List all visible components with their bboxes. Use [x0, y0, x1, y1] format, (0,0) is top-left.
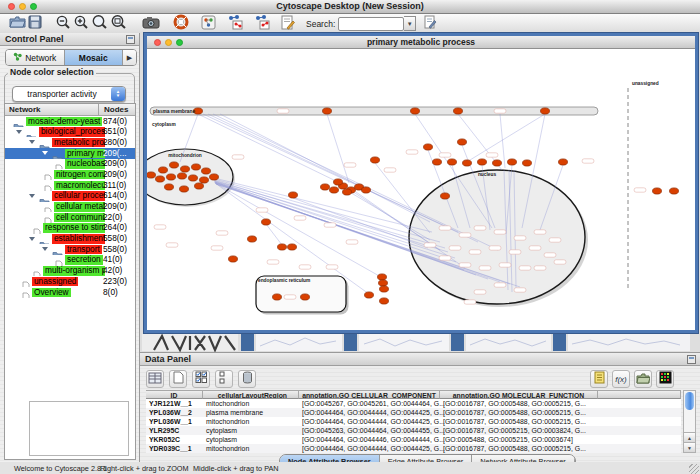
- background-window-edge[interactable]: [553, 334, 566, 351]
- window-titlebar[interactable]: Cytoscape Desktop (New Session): [0, 0, 700, 14]
- graph-node[interactable]: [156, 176, 165, 182]
- graph-node[interactable]: [670, 188, 679, 194]
- table-row[interactable]: YJR121W__1mitochondrion[GO:0045267, GO:0…: [146, 399, 681, 408]
- zoom-selected-button[interactable]: [90, 15, 109, 32]
- table-row[interactable]: YPL036W__1mitochondrion[GO:0044464, GO:0…: [146, 417, 681, 426]
- delete-attribute-button[interactable]: [238, 370, 256, 388]
- graph-node[interactable]: [508, 159, 517, 165]
- table-column-header[interactable]: annotation.GO MOLECULAR_FUNCTION: [440, 390, 598, 399]
- graph-node[interactable]: [262, 219, 271, 225]
- zoom-out-button[interactable]: [54, 15, 72, 32]
- heatmap-button[interactable]: [656, 370, 674, 388]
- tree-row[interactable]: establishment of lo558(0): [5, 234, 135, 245]
- import-attribute-file-button[interactable]: [634, 370, 652, 388]
- tree-col-nodes[interactable]: Nodes: [100, 104, 136, 115]
- graph-node[interactable]: [248, 236, 257, 242]
- network-view-titlebar[interactable]: primary metabolic process: [147, 36, 695, 49]
- table-cell[interactable]: mitochondrion: [203, 417, 299, 426]
- tab-overflow-arrow[interactable]: ▶: [123, 50, 136, 65]
- tree-row[interactable]: secretion41(0): [5, 255, 135, 266]
- vizmapper-button[interactable]: [200, 15, 217, 32]
- snapshot-button[interactable]: [141, 15, 161, 32]
- tree-col-network[interactable]: Network: [5, 104, 99, 115]
- graph-node[interactable]: [159, 167, 168, 173]
- graph-node[interactable]: [433, 159, 442, 165]
- tree-row[interactable]: cellular metabol209(0): [5, 202, 135, 213]
- graph-node[interactable]: [424, 144, 433, 150]
- graph-node[interactable]: [334, 179, 343, 185]
- graph-node[interactable]: [170, 162, 179, 168]
- graph-node[interactable]: [411, 108, 420, 114]
- notes-button[interactable]: [590, 370, 608, 388]
- zoom-in-button[interactable]: [72, 15, 90, 32]
- graph-node[interactable]: [167, 174, 176, 180]
- table-cell[interactable]: [GO:0016787, GO:0005488, GO:0005215, G..…: [440, 408, 623, 417]
- tree-row[interactable]: Overview8(0): [5, 287, 135, 298]
- graph-node[interactable]: [463, 160, 472, 166]
- graph-node[interactable]: [288, 244, 297, 250]
- expand-arrow-icon[interactable]: [29, 140, 35, 144]
- graph-node[interactable]: [559, 159, 568, 165]
- tree-row[interactable]: mosaic-demo-yeast874(0): [5, 116, 135, 127]
- graph-node[interactable]: [195, 183, 204, 189]
- tree-row[interactable]: cellular process614(0): [5, 191, 135, 202]
- table-cell[interactable]: plasma membrane: [203, 408, 299, 417]
- graph-node[interactable]: [380, 298, 389, 304]
- graph-node[interactable]: [301, 294, 310, 300]
- tab-mosaic[interactable]: Mosaic: [65, 50, 124, 65]
- select-attributes-button[interactable]: [192, 370, 210, 388]
- float-data-panel-icon[interactable]: [687, 355, 696, 364]
- zoom-fit-button[interactable]: [109, 15, 128, 32]
- tree-row[interactable]: macromolecule311(0): [5, 180, 135, 191]
- search-dropdown-arrow[interactable]: ▼: [404, 16, 416, 31]
- background-window-edge[interactable]: [344, 334, 357, 351]
- graph-node[interactable]: [523, 160, 532, 166]
- graph-node[interactable]: [323, 108, 332, 114]
- open-session-button[interactable]: [8, 15, 27, 32]
- table-row[interactable]: YDR039C__1mitochondrion[GO:0044464, GO:0…: [146, 444, 681, 453]
- graph-node[interactable]: [653, 188, 662, 194]
- scroll-up-button[interactable]: ▲: [684, 432, 695, 442]
- table-cell[interactable]: [GO:0016787, GO:0005488, GO:0005215, G..…: [440, 444, 623, 453]
- graph-node[interactable]: [229, 256, 238, 262]
- table-row[interactable]: YPL036W__2plasma membrane[GO:0044464, GO…: [146, 408, 681, 417]
- table-cell[interactable]: YLR295C: [146, 426, 203, 435]
- graph-node[interactable]: [278, 244, 287, 250]
- tree-row[interactable]: biological_process651(0): [5, 127, 135, 138]
- table-column-header[interactable]: _cellularLayoutRegion: [203, 390, 299, 399]
- save-session-button[interactable]: [27, 15, 43, 32]
- graph-node[interactable]: [448, 159, 457, 165]
- graph-node[interactable]: [441, 193, 450, 199]
- graph-node[interactable]: [493, 160, 502, 166]
- table-cell[interactable]: [GO:0016787, GO:0005215, GO:0003824, G..…: [440, 426, 623, 435]
- table-cell[interactable]: YJR121W__1: [146, 399, 203, 408]
- graph-node[interactable]: [273, 294, 282, 300]
- scroll-down-button[interactable]: ▼: [684, 442, 695, 452]
- unselect-attributes-button[interactable]: [215, 370, 233, 388]
- tree-row[interactable]: primary metabo209(...: [5, 148, 135, 159]
- background-window-edge[interactable]: [241, 334, 254, 351]
- tree-row[interactable]: cell communicat22(0): [5, 212, 135, 223]
- graph-node[interactable]: [478, 159, 487, 165]
- annotation-button[interactable]: [279, 15, 296, 32]
- tree-row[interactable]: nucleobase-209(0): [5, 159, 135, 170]
- graph-node[interactable]: [289, 192, 298, 198]
- graph-node[interactable]: [200, 177, 209, 183]
- tab-network[interactable]: Network: [6, 50, 65, 65]
- table-cell[interactable]: [GO:0016787, GO:0005488, GO:0005215, G..…: [440, 417, 623, 426]
- table-cell[interactable]: cytoplasm: [203, 435, 299, 444]
- graph-node[interactable]: [365, 292, 374, 298]
- table-scrollbar[interactable]: ▲ ▼: [683, 390, 696, 453]
- table-column-header[interactable]: ID: [146, 390, 203, 399]
- table-cell[interactable]: [GO:0016787, GO:0005488, GO:0005215, G..…: [440, 399, 623, 408]
- graph-node[interactable]: [330, 187, 339, 193]
- table-cell[interactable]: YKR052C: [146, 435, 203, 444]
- graph-node[interactable]: [178, 173, 187, 179]
- graph-node[interactable]: [181, 166, 190, 172]
- table-row[interactable]: YLR295Ccytoplasm[GO:0045263, GO:0044464,…: [146, 426, 681, 435]
- float-panel-icon[interactable]: [126, 35, 135, 44]
- table-cell[interactable]: cytoplasm: [203, 426, 299, 435]
- new-attribute-button[interactable]: [169, 370, 187, 388]
- graph-node[interactable]: [362, 187, 371, 193]
- node-color-dropdown[interactable]: transporter activity ▲▼: [12, 86, 126, 102]
